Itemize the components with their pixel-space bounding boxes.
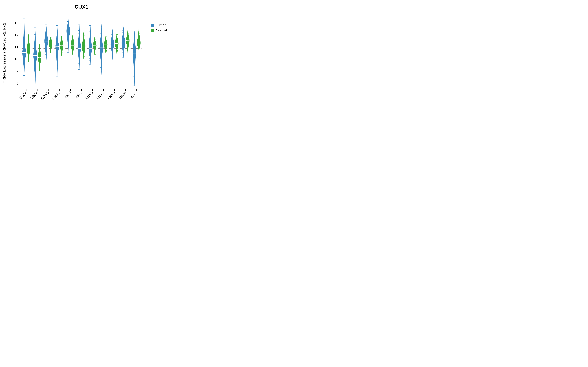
- legend-swatch: [151, 29, 154, 32]
- legend-label: Normal: [156, 28, 167, 32]
- y-tick-label: 11: [15, 45, 18, 49]
- legend: TumorNormal: [151, 23, 167, 32]
- y-tick-label: 8: [17, 82, 18, 85]
- chart-title: CUX1: [75, 4, 88, 10]
- x-tick-label: BRCA: [29, 91, 39, 100]
- x-tick-label: THCA: [118, 91, 127, 100]
- y-tick-label: 12: [15, 33, 18, 37]
- y-tick-label: 13: [15, 21, 18, 25]
- y-tick-label: 10: [15, 57, 18, 61]
- x-tick-label: COAD: [40, 91, 50, 100]
- y-tick-label: 9: [17, 69, 18, 73]
- plot-area: 8910111213BLCABRCACOADHNSCKICHKIRCLUADLU…: [15, 16, 142, 100]
- legend-swatch: [151, 24, 154, 27]
- x-tick-label: PRAD: [107, 91, 116, 100]
- x-tick-label: BLCA: [19, 91, 28, 100]
- legend-label: Tumor: [156, 23, 166, 27]
- y-axis-label: mRNA Expression (RNASeq V2, log2): [2, 22, 6, 84]
- x-tick-label: HNSC: [51, 91, 61, 100]
- x-tick-label: UCEC: [129, 91, 138, 100]
- x-tick-label: LUAD: [85, 91, 94, 100]
- x-tick-label: KICH: [63, 91, 72, 99]
- x-tick-label: LUSC: [96, 91, 105, 100]
- beanplot-chart: CUX1 8910111213BLCABRCACOADHNSCKICHKIRCL…: [0, 0, 181, 113]
- x-tick-label: KIRC: [75, 91, 83, 99]
